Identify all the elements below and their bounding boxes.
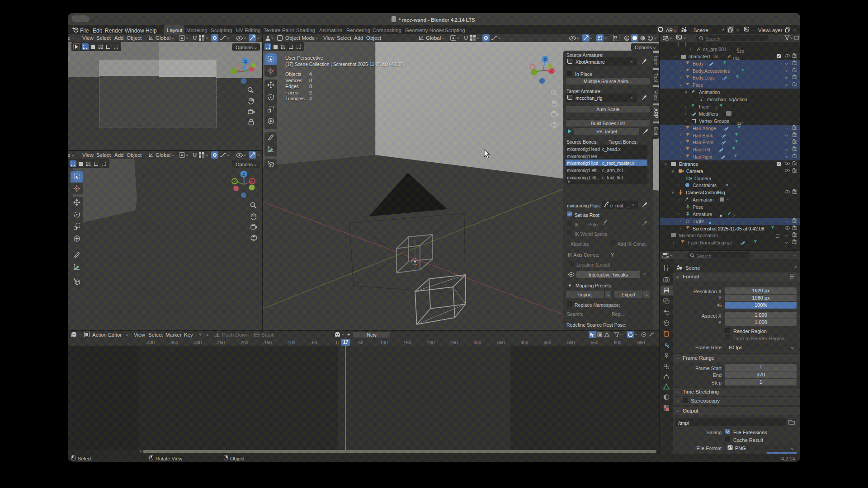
- svg-text:Z: Z: [544, 57, 547, 62]
- svg-text:Z: Z: [244, 59, 247, 64]
- svg-text:Y: Y: [233, 179, 236, 183]
- svg-text:Z: Z: [242, 172, 245, 177]
- svg-text:X: X: [251, 179, 254, 183]
- svg-text:X: X: [550, 70, 553, 74]
